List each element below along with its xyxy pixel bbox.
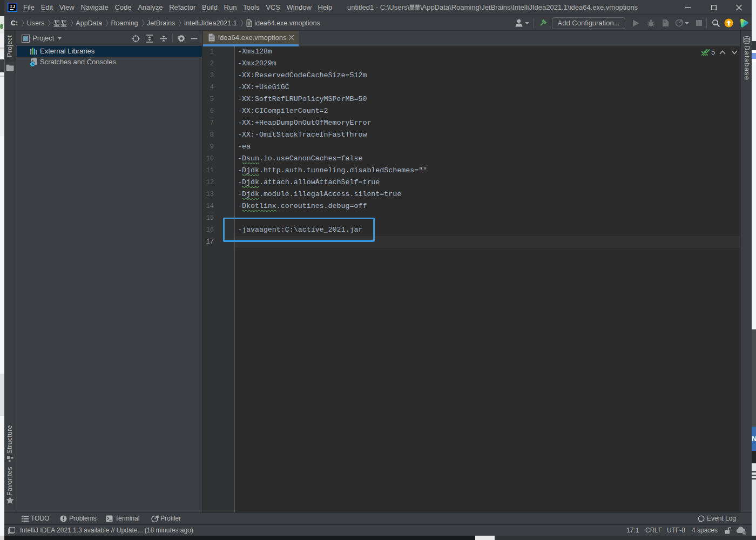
svg-text:IJ: IJ bbox=[10, 4, 15, 10]
